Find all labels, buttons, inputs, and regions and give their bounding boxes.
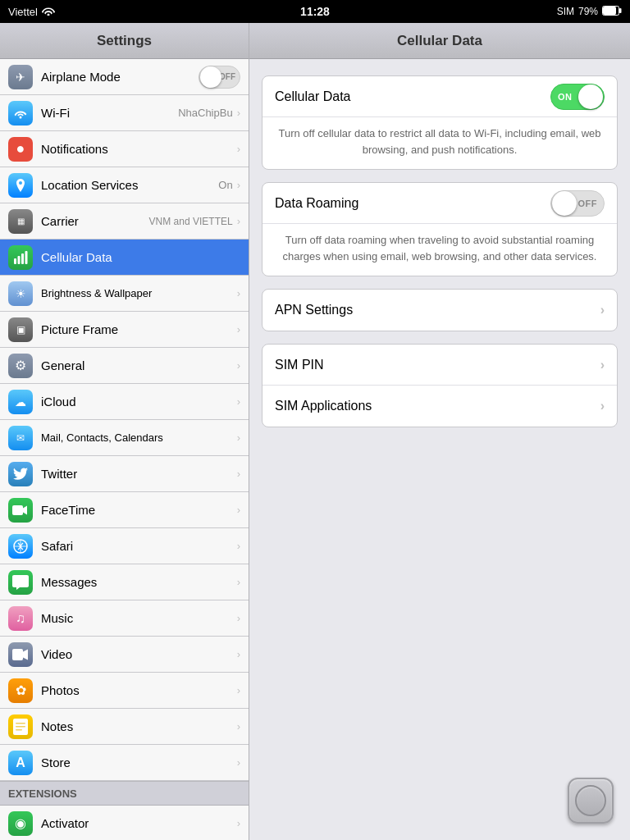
sidebar-item-twitter[interactable]: Twitter › [0,456,249,492]
sidebar-item-messages[interactable]: Messages › [0,564,249,600]
sidebar-item-store[interactable]: A Store › [0,745,249,781]
twitter-chevron: › [237,468,240,480]
wifi-chevron: › [237,107,240,119]
svg-rect-7 [12,505,23,515]
cellular-data-description: Turn off cellular data to restrict all d… [262,117,617,169]
sidebar-item-facetime[interactable]: FaceTime › [0,492,249,528]
mail-icon: ✉ [8,426,33,450]
roaming-toggle-label: OFF [578,199,598,208]
sidebar-item-location[interactable]: Location Services On › [0,167,249,203]
store-label: Store [41,756,237,769]
data-roaming-toggle[interactable]: OFF [550,190,605,217]
data-roaming-row[interactable]: Data Roaming OFF [262,183,617,224]
sim-label: SIM [557,6,574,17]
activator-chevron: › [237,817,240,829]
apn-settings-label: APN Settings [275,303,600,317]
store-chevron: › [237,756,240,769]
svg-rect-6 [25,251,28,264]
sidebar-item-cellular-data[interactable]: Cellular Data [0,240,249,276]
sidebar-item-icloud[interactable]: ☁ iCloud › [0,384,249,420]
carrier-value: VNM and VIETTEL [149,216,233,227]
svg-rect-5 [21,253,24,264]
location-icon [8,173,33,198]
svg-rect-2 [619,8,622,13]
sidebar-item-wifi[interactable]: Wi-Fi NhaChipBu › [0,95,249,131]
cellular-data-row-label: Cellular Data [275,89,550,104]
home-button[interactable] [568,778,614,824]
airplane-toggle[interactable]: OFF [199,66,240,89]
video-icon [8,642,33,667]
brightness-icon: ☀ [8,281,33,306]
sidebar-item-mail[interactable]: ✉ Mail, Contacts, Calendars › [0,420,249,456]
cellular-data-row[interactable]: Cellular Data ON [262,76,617,117]
svg-rect-11 [12,649,23,660]
picture-icon: ▣ [8,317,33,342]
sim-applications-row[interactable]: SIM Applications › [262,386,617,427]
icloud-label: iCloud [41,395,237,409]
sidebar-item-brightness[interactable]: ☀ Brightness & Wallpaper › [0,276,249,312]
sidebar-item-general[interactable]: ⚙ General › [0,348,249,384]
extensions-label: Extensions [8,788,77,800]
photos-label: Photos [41,683,237,697]
notifications-icon: ● [8,137,33,162]
sidebar-item-safari[interactable]: Safari › [0,528,249,564]
airplane-icon: ✈ [8,65,33,89]
right-panel-content: Cellular Data ON Turn off cellular data … [249,59,630,840]
safari-icon [8,534,33,559]
sim-applications-chevron: › [600,399,605,413]
carrier-icon: ▦ [8,209,33,234]
brightness-label: Brightness & Wallpaper [41,287,237,299]
activator-label: Activator [41,816,237,830]
apn-settings-row[interactable]: APN Settings › [262,290,617,331]
sidebar-item-notifications[interactable]: ● Notifications › [0,131,249,167]
sidebar-header: Settings [0,23,249,59]
sidebar-item-photos[interactable]: ✿ Photos › [0,673,249,709]
data-roaming-group: Data Roaming OFF Turn off data roaming w… [262,182,618,276]
mail-label: Mail, Contacts, Calendars [41,431,237,444]
twitter-label: Twitter [41,467,237,481]
notes-icon [8,714,33,739]
location-label: Location Services [41,178,218,192]
svg-rect-4 [18,256,21,264]
cellular-data-toggle[interactable]: ON [550,84,605,110]
mail-chevron: › [237,431,240,444]
carrier-label: Viettel [8,6,38,18]
safari-label: Safari [41,539,237,553]
store-icon: A [8,751,33,775]
svg-rect-1 [604,7,616,14]
right-panel: Cellular Data Cellular Data ON Turn off … [249,23,630,840]
sidebar-item-carrier[interactable]: ▦ Carrier VNM and VIETTEL › [0,203,249,240]
notes-label: Notes [41,719,237,733]
apn-settings-group: APN Settings › [262,289,618,331]
location-value: On [218,179,232,191]
video-chevron: › [237,648,240,660]
cellular-icon [8,245,33,270]
sidebar-item-notes[interactable]: Notes › [0,709,249,745]
notifications-label: Notifications [41,142,237,156]
right-panel-header: Cellular Data [249,23,630,59]
wifi-value: NhaChipBu [178,107,233,119]
picture-chevron: › [237,323,240,336]
sidebar-item-music[interactable]: ♫ Music › [0,600,249,637]
sidebar-item-picture-frame[interactable]: ▣ Picture Frame › [0,312,249,348]
wifi-label: Wi-Fi [41,106,178,120]
cellular-toggle-label: ON [558,92,573,102]
sidebar-item-video[interactable]: Video › [0,637,249,673]
photos-icon: ✿ [8,678,33,703]
facetime-icon [8,498,33,523]
carrier-chevron: › [237,215,240,227]
icloud-chevron: › [237,395,240,408]
music-icon: ♫ [8,606,33,631]
svg-rect-3 [14,258,16,264]
airplane-mode-label: Airplane Mode [41,70,199,84]
messages-label: Messages [41,575,237,589]
sim-pin-chevron: › [600,358,605,372]
sim-applications-label: SIM Applications [275,399,600,413]
wifi-setting-icon [8,101,33,126]
data-roaming-description: Turn off data roaming when traveling to … [262,224,617,276]
sidebar-item-activator[interactable]: ◉ Activator › [0,806,249,840]
sim-pin-row[interactable]: SIM PIN › [262,345,617,386]
apn-chevron: › [600,303,605,317]
sidebar-item-airplane-mode[interactable]: ✈ Airplane Mode OFF [0,59,249,95]
sim-pin-label: SIM PIN [275,358,600,372]
